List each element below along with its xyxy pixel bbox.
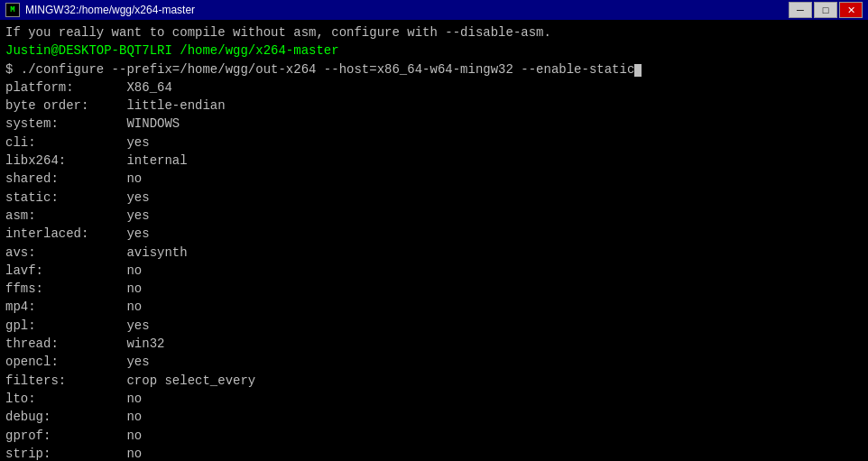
config-row: shared: no (5, 170, 863, 188)
terminal: If you really want to compile without as… (0, 20, 868, 461)
config-row: ffms: no (5, 280, 863, 298)
config-row: strip: no (5, 445, 863, 461)
config-row: libx264: internal (5, 152, 863, 170)
command-line: $ ./configure --prefix=/home/wgg/out-x26… (5, 60, 863, 78)
config-row: static: yes (5, 189, 863, 207)
config-row: debug: no (5, 408, 863, 426)
config-row: gpl: yes (5, 317, 863, 335)
prompt-line: Justin@DESKTOP-BQT7LRI /home/wgg/x264-ma… (5, 41, 863, 60)
minimize-button[interactable]: ─ (789, 2, 812, 18)
config-output: platform: X86_64byte order: little-endia… (5, 78, 863, 461)
config-row: mp4: no (5, 298, 863, 316)
config-row: avs: avisynth (5, 244, 863, 262)
title-bar: M MINGW32:/home/wgg/x264-master ─ □ ✕ (0, 0, 868, 20)
config-row: cli: yes (5, 134, 863, 152)
config-row: opencl: yes (5, 353, 863, 371)
config-row: interlaced: yes (5, 225, 863, 243)
config-row: system: WINDOWS (5, 115, 863, 133)
title-bar-title: MINGW32:/home/wgg/x264-master (25, 4, 195, 16)
config-row: byte order: little-endian (5, 97, 863, 115)
config-row: asm: yes (5, 207, 863, 225)
config-row: thread: win32 (5, 335, 863, 353)
config-row: lto: no (5, 390, 863, 408)
config-row: lavf: no (5, 262, 863, 280)
title-bar-icon: M (5, 3, 20, 17)
config-row: filters: crop select_every (5, 372, 863, 390)
warning-line: If you really want to compile without as… (5, 23, 863, 41)
close-button[interactable]: ✕ (839, 2, 863, 18)
config-row: platform: X86_64 (5, 78, 863, 97)
maximize-button[interactable]: □ (814, 2, 837, 18)
config-row: gprof: no (5, 427, 863, 445)
